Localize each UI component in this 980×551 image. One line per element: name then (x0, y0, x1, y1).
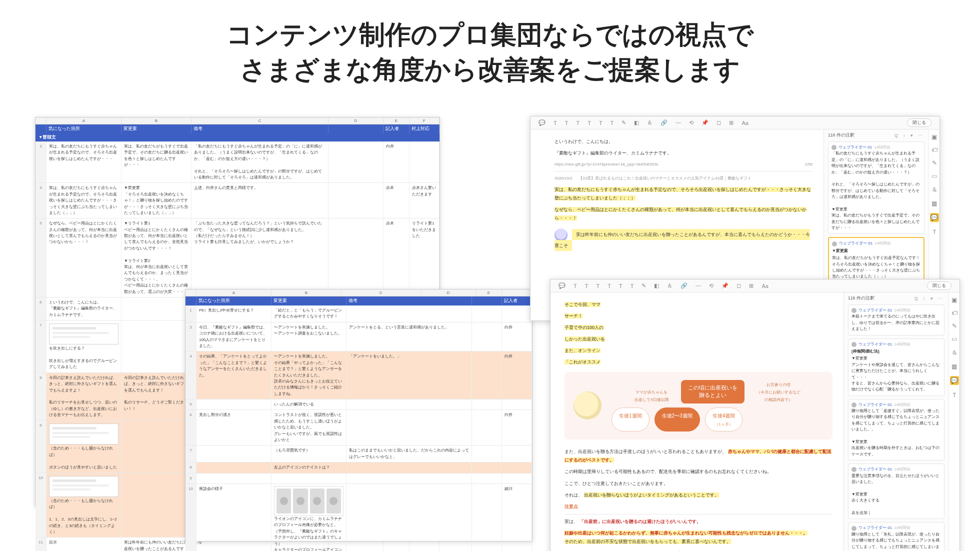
notes-tools-icons[interactable]: Q ↕ ▾ ⋯ (914, 296, 944, 301)
rail-icon[interactable]: Ｔ (932, 228, 938, 236)
rail-icon[interactable]: ＆ (932, 186, 938, 194)
timing-pill-1: 生後1週間 (612, 408, 650, 432)
note-author: ウェブライダー 01 14時間前 (852, 308, 941, 314)
toolbar-icon[interactable]: 〰 (676, 120, 681, 126)
rail-icon[interactable]: ▣ (952, 296, 957, 304)
sheet-row[interactable]: 3 今日、『素敵なギフト』編集部では、コロナ禍における出産祝いについて、100人… (186, 322, 532, 352)
timing-banner: ママが赤ちゃんを 出産して5日後以降 この頃に出産祝いを 贈るとよい お宮参りの… (564, 372, 832, 440)
rail-icon[interactable]: ＆ (952, 348, 958, 357)
toolbar-icon[interactable]: 〰 (696, 283, 701, 289)
highlighted-text: サーチ！ (564, 314, 582, 318)
sheet-row[interactable]: 5 なぜなら、ベビー用品はとにかくたくさんの種類があって、何が本当に出産祝いとし… (36, 218, 440, 298)
article-breadcrumb: 【33選】喜ばれるものはこれ！出産祝いのマナーとオススメの人気アイテム43選｜素… (578, 176, 752, 180)
annotation-note[interactable]: ウェブライダー 01 14時間前 「私の友だちにもうすぐ赤ちゃんが生まれる予定」… (828, 142, 924, 234)
annotation-sidebar: 116 件の注釈 Q ↕ ▾ ⋯ ウェブライダー 01 14時間前 本筋トークま… (844, 292, 948, 551)
headline-line-2: さまざまな角度から改善案をご提案します (240, 55, 740, 84)
rail-icon[interactable]: ▭ (952, 336, 957, 342)
sheet-row[interactable]: 6 見出し部分の濃さ コントラストが低く、視認性が悪いと感じたため、もうすこし濃… (186, 410, 532, 446)
sheet-b-column-letters: ABCDE (186, 290, 532, 296)
sheet-a-section-label: ▼冒頭文 (36, 134, 440, 142)
toolbar-icon[interactable]: ✎ (622, 120, 626, 126)
article-text: この時期は里帰りしている可能性もあるので、配送先を事前に確認するのもお忘れなくて… (564, 468, 832, 476)
notes-count: 116 件の注釈 (828, 132, 854, 138)
note-body: 贈り物用として「産後すぐ」以降表現が、使ったり自分が贈り物する感じでもちょっとニ… (852, 408, 941, 458)
annotation-rail[interactable]: ▣🏷✎▭＆▦💬Ｔ (948, 292, 960, 551)
article-text: ここで、ひとつ注意しておきたいことがあります。 (564, 480, 832, 488)
toolbar-icon[interactable]: T (630, 283, 634, 289)
toolbar-icon[interactable]: T (610, 120, 614, 126)
toolbar-icon[interactable]: ⊞ (749, 282, 754, 289)
sheet-row[interactable]: 5 いったんの解消でいる (186, 400, 532, 410)
article-page: 1/58 (804, 160, 812, 168)
annotation-note[interactable]: ウェブライダー 01 14時間前 [枠無関/囲む法] ▼変更案アンケートや座談会… (848, 338, 944, 396)
note-author: ウェブライダー 01 14時間前 (852, 342, 941, 348)
toolbar-icon[interactable]: T (554, 120, 557, 126)
toolbar-icon[interactable]: ⟲ (689, 120, 694, 126)
annotation-note[interactable]: ウェブライダー 01 14時間前 ▼変更案 実は、私の友だちがもうすぐ出産予定な… (828, 237, 924, 283)
sheet-row[interactable]: 10 座談会の様子 ライオンのアイコンに、カミムラナナのプロフィール画像が必要か… (186, 484, 532, 551)
toolbar-icon[interactable]: T (576, 120, 580, 126)
article-text: 実は、 (564, 519, 578, 524)
toolbar-icon[interactable]: T (608, 283, 611, 289)
toolbar-icon[interactable]: 📌 (722, 282, 728, 289)
toolbar-icon[interactable]: T (599, 120, 602, 126)
toolbar-icon[interactable]: ⟲ (709, 282, 714, 289)
annotation-note[interactable]: ウェブライダー 01 14時間前 贈り物用として「失礼」以降表現が、使ったり自分… (848, 522, 944, 551)
rail-icon[interactable]: 🏷 (952, 310, 958, 316)
rail-icon[interactable]: ▦ (952, 363, 957, 370)
toolbar-icon[interactable]: T (596, 283, 600, 289)
highlighted-text: なぜなら、ベビー用品はとにかくたくさんの種類があって、何が本当に出産祝いとして喜… (554, 207, 806, 220)
toolbar-icon[interactable]: Aa (762, 283, 768, 289)
page-headline: コンテンツ制作のプロ集団ならではの視点で さまざまな角度から改善案をご提案します (0, 0, 980, 87)
toolbar-icon[interactable]: 📌 (702, 120, 708, 126)
toolbar-icon[interactable]: T (588, 120, 591, 126)
review-spreadsheet-b: ABCDE 気になった箇所変更案備考記入者 1 P6）見出し2中央寄せにする？ … (185, 289, 532, 542)
toolbar-icon[interactable]: ◻ (716, 120, 721, 126)
toolbar-icon[interactable]: 💬 (558, 282, 566, 289)
highlighted-text: そのため、出産前の不安な状態で出産祝いをもらっても、素直に喜べないんです。 (564, 539, 731, 544)
toolbar-icon[interactable]: Aa (742, 120, 748, 126)
rail-icon[interactable]: 🏷 (932, 146, 938, 154)
toolbar-icon[interactable]: ＆ (647, 119, 652, 126)
note-author: ウェブライダー 01 14時間前 (852, 525, 941, 531)
toolbar-icon[interactable]: ⊞ (729, 120, 734, 126)
annotation-note[interactable]: ウェブライダー 01 14時間前 贈り物用として「産後すぐ」以降表現が、使ったり… (848, 399, 944, 461)
toolbar-icon[interactable]: 🔗 (660, 120, 668, 126)
sheet-row[interactable]: 4 実は、私の友だちにもうすぐ赤ちゃんが生まれる予定なので、そろそろ出産祝いを探… (36, 183, 440, 218)
toolbar-icon[interactable]: ◻ (736, 282, 741, 289)
rail-icon[interactable]: Ｔ (952, 391, 958, 400)
toolbar-icon[interactable]: 🔗 (680, 282, 688, 289)
notes-tools-icons[interactable]: Q ↕ ▾ ⋯ (894, 133, 924, 138)
sheet-row[interactable]: 4 その結果、「アンケートをとってよかった」「こんなことまで？」と驚くようなアン… (186, 352, 532, 400)
sheet-row[interactable]: 9 (186, 474, 532, 484)
toolbar-icon[interactable]: ＆ (667, 282, 672, 290)
sheet-row[interactable]: 8 左上のアイコンのテイストは？ (186, 462, 532, 473)
rail-icon[interactable]: ✎ (932, 160, 937, 166)
toolbar-icon[interactable]: T (585, 283, 588, 289)
sheet-row[interactable]: 7 （もろ雰囲気です） 私はこのままでもいいかと思いました。だからこれの内容によ… (186, 446, 532, 462)
toolbar-icon[interactable]: ✎ (642, 282, 646, 289)
sheet-row[interactable]: 3 実は、私の友だちにもうすぐ赤ちゃんが生まれる予定なので、そろそろ出産祝いを探… (36, 142, 440, 183)
close-button[interactable]: 閉じる (907, 118, 932, 127)
rail-icon[interactable]: 💬 (930, 213, 939, 222)
close-button[interactable]: 閉じる (927, 282, 952, 290)
annotation-note[interactable]: ウェブライダー 01 14時間前 本筋トークまで来てるのにってもはやに吹き出し、… (848, 304, 944, 336)
rail-icon[interactable]: ▣ (932, 134, 937, 140)
note-author: ウェブライダー 01 14時間前 (832, 144, 921, 150)
toolbar-icon[interactable]: 💬 (538, 120, 546, 126)
sheet-row[interactable]: 1 P6）見出し2中央寄せにする？ 「給だと」と「もらう」でグルーピングするとか… (186, 306, 532, 322)
toolbar-icon[interactable]: ◧ (634, 120, 639, 126)
highlighted-text: また、オンライン (564, 348, 600, 353)
rail-icon[interactable]: ✎ (952, 322, 957, 330)
annotation-toolbar[interactable]: 💬TTTTTT✎◧＆🔗〰⟲📌◻⊞Aa 閉じる (530, 116, 940, 130)
toolbar-icon[interactable]: T (619, 283, 622, 289)
chick-icon (574, 392, 602, 420)
rail-icon[interactable]: 💬 (950, 376, 959, 385)
rail-icon[interactable]: ▦ (932, 200, 937, 207)
toolbar-icon[interactable]: T (574, 283, 577, 289)
toolbar-icon[interactable]: T (565, 120, 568, 126)
annotation-note[interactable]: ウェブライダー 01 14時間前 重要な注意事項なのを、目立たせたほうがいいと思… (848, 464, 944, 519)
annotation-toolbar[interactable]: 💬TTTTTT✎◧＆🔗〰⟲📌◻⊞Aa 閉じる (550, 280, 960, 292)
toolbar-icon[interactable]: ◧ (654, 282, 659, 289)
rail-icon[interactable]: ▭ (932, 172, 937, 180)
